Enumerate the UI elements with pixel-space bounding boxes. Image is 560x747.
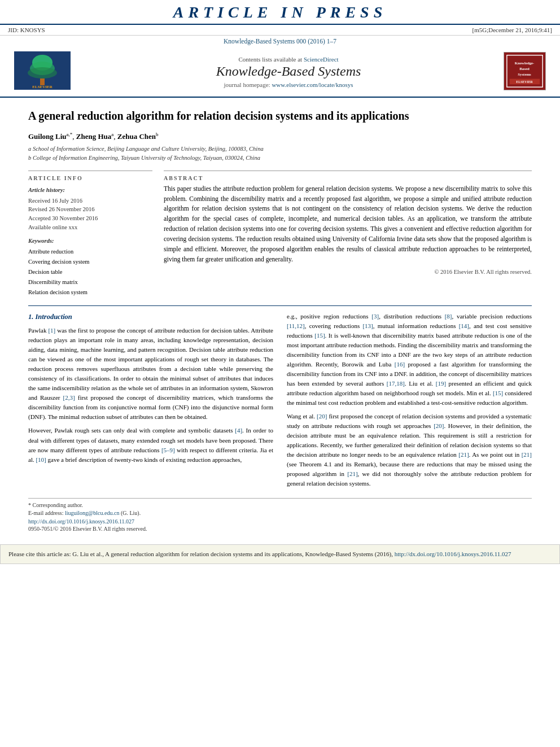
article-info-column: ARTICLE INFO Article history: Received 1… (28, 171, 152, 298)
affil-sup-a2: a (111, 132, 113, 137)
affiliations: a School of Information Science, Beijing… (28, 145, 532, 163)
citation-doi-link[interactable]: http://dx.doi.org/10.1016/j.knosys.2016.… (395, 551, 511, 557)
ref-15b[interactable]: [15] (493, 390, 503, 396)
homepage-label: journal homepage: (224, 81, 270, 88)
ref-13[interactable]: [13] (362, 322, 373, 329)
available-text: Available online xxx (28, 223, 152, 232)
banner-text: ARTICLE IN PRESS (173, 3, 387, 21)
sciencedirect-link[interactable]: ScienceDirect (304, 56, 339, 63)
ref-8[interactable]: [8] (445, 313, 452, 320)
ref-17-18[interactable]: [17,18] (387, 380, 405, 387)
ref-5-9[interactable]: [5–9] (161, 447, 175, 453)
svg-text:ELSEVIER: ELSEVIER (32, 85, 53, 89)
jid-right: [m5G;December 21, 2016;9:41] (473, 27, 552, 33)
ref-20b[interactable]: [20] (434, 422, 444, 429)
article-info-label: ARTICLE INFO (28, 175, 152, 181)
accepted-text: Accepted 30 November 2016 (28, 214, 152, 223)
ref-2-3[interactable]: [2,3] (63, 394, 75, 401)
email-link[interactable]: liuguilong@blcu.edu.cn (65, 510, 119, 516)
jid-line: JID: KNOSYS [m5G;December 21, 2016;9:41] (0, 25, 560, 36)
body-para-2: However, Pawlak rough sets can only deal… (28, 426, 273, 464)
author-zheng: Zheng Hua (76, 132, 112, 141)
journal-center: Contents lists available at ScienceDirec… (81, 55, 496, 88)
ref-20[interactable]: [20] (317, 413, 327, 420)
contents-text: Contents lists available at (238, 56, 302, 63)
elsevier-logo-box: ELSEVIER (14, 51, 71, 90)
ref-15[interactable]: [15] (314, 332, 325, 339)
body-columns: 1. Introduction Pawlak [1] was the first… (28, 312, 532, 493)
ref-1[interactable]: [1] (48, 327, 55, 334)
ref-19[interactable]: [19] (436, 380, 446, 387)
journal-title: Knowledge-Based Systems (81, 64, 496, 79)
kbs-logo: Knowledge- Based Systems ELSEVIER (504, 52, 546, 90)
svg-text:Systems: Systems (518, 72, 531, 76)
main-content: A general reduction algorithm for relati… (0, 98, 560, 538)
body-para-3: e.g., positive region reductions [3], di… (287, 312, 532, 408)
contents-line: Contents lists available at ScienceDirec… (81, 55, 496, 64)
ref-21b[interactable]: [21] (522, 451, 532, 458)
body-para-1: Pawlak [1] was the first to propose the … (28, 326, 273, 422)
body-col-right: e.g., positive region reductions [3], di… (287, 312, 532, 493)
citation-text: Please cite this article as: G. Liu et a… (8, 551, 393, 557)
svg-text:Knowledge-: Knowledge- (515, 61, 535, 65)
keywords-list: Attribute reduction Covering decision sy… (28, 247, 152, 297)
article-info-section: Article history: Received 16 July 2016 R… (28, 186, 152, 298)
abstract-label: ABSTRACT (164, 175, 532, 181)
elsevier-svg-logo: ELSEVIER (14, 51, 71, 90)
email-label: E-mail address: (28, 510, 63, 516)
received-text: Received 16 July 2016 (28, 196, 152, 206)
ref-21c[interactable]: [21] (347, 470, 357, 477)
journal-volume-link[interactable]: Knowledge-Based Systems 000 (2016) 1–7 (224, 38, 336, 45)
doi-line: http://dx.doi.org/10.1016/j.knosys.2016.… (28, 518, 532, 525)
affil-sup-a1: a,* (67, 132, 73, 137)
ref-10[interactable]: [10] (36, 456, 46, 463)
author-zehua: Zehua Chen (117, 132, 156, 141)
affiliation-a: a School of Information Science, Beijing… (28, 145, 532, 154)
keyword-4: Discernibility matrix (28, 277, 152, 287)
body-col-left: 1. Introduction Pawlak [1] was the first… (28, 312, 273, 493)
copyright-footer: 0950-7051/© 2016 Elsevier B.V. All right… (28, 526, 532, 532)
elsevier-logo-area: ELSEVIER (11, 51, 73, 91)
keywords-heading: Keywords: (28, 237, 152, 246)
kbs-svg-logo: Knowledge- Based Systems ELSEVIER (504, 52, 545, 90)
svg-text:Based: Based (519, 67, 530, 71)
keyword-1: Attribute reduction (28, 247, 152, 257)
body-para-4: Wang et al. [20] first proposed the conc… (287, 412, 532, 488)
corresponding-note: * Corresponding author. (28, 502, 532, 508)
article-in-press-banner: ARTICLE IN PRESS (0, 0, 560, 25)
affiliation-b: b College of Information Engineering, Ta… (28, 154, 532, 163)
svg-point-3 (28, 67, 57, 78)
history-heading: Article history: (28, 186, 152, 195)
ref-16[interactable]: [16] (395, 361, 405, 368)
footnote-area: * Corresponding author. E-mail address: … (28, 498, 532, 516)
ref-4[interactable]: [4] (235, 427, 242, 434)
section1-heading: 1. Introduction (28, 312, 273, 322)
ref-14[interactable]: [14] (459, 322, 469, 329)
journal-header: ELSEVIER Contents lists available at Sci… (0, 46, 560, 98)
svg-text:ELSEVIER: ELSEVIER (516, 80, 533, 84)
section-divider (28, 305, 532, 306)
keyword-3: Decision table (28, 267, 152, 277)
abstract-column: ABSTRACT This paper studies the attribut… (164, 171, 532, 298)
keyword-2: Covering decision system (28, 257, 152, 267)
journal-homepage: journal homepage: www.elsevier.com/locat… (81, 81, 496, 88)
jid-left: JID: KNOSYS (8, 27, 45, 33)
ref-21[interactable]: [21] (458, 451, 469, 458)
keyword-5: Relation decision system (28, 287, 152, 298)
email-suffix: (G. Liu). (121, 510, 141, 516)
revised-text: Revised 26 November 2016 (28, 205, 152, 214)
ref-3r[interactable]: [3] (371, 313, 379, 320)
doi-link[interactable]: http://dx.doi.org/10.1016/j.knosys.2016.… (28, 518, 134, 525)
journal-link-line: Knowledge-Based Systems 000 (2016) 1–7 (0, 36, 560, 46)
article-title: A general reduction algorithm for relati… (28, 108, 532, 124)
kbs-logo-area: Knowledge- Based Systems ELSEVIER (504, 52, 549, 90)
homepage-url[interactable]: www.elsevier.com/locate/knosys (272, 81, 353, 88)
ref-11-12[interactable]: [11,12] (287, 322, 305, 329)
abstract-copyright: © 2016 Elsevier B.V. All rights reserved… (164, 269, 532, 275)
author-guilong: Guilong Liu (28, 132, 67, 141)
abstract-text: This paper studies the attribute reducti… (164, 184, 532, 265)
affil-sup-b: b (156, 132, 159, 137)
corresponding-label: * Corresponding author. (28, 502, 83, 508)
info-abstract-columns: ARTICLE INFO Article history: Received 1… (28, 171, 532, 298)
authors-line: Guilong Liua,*, Zheng Huaa, Zehua Chenb (28, 132, 532, 141)
